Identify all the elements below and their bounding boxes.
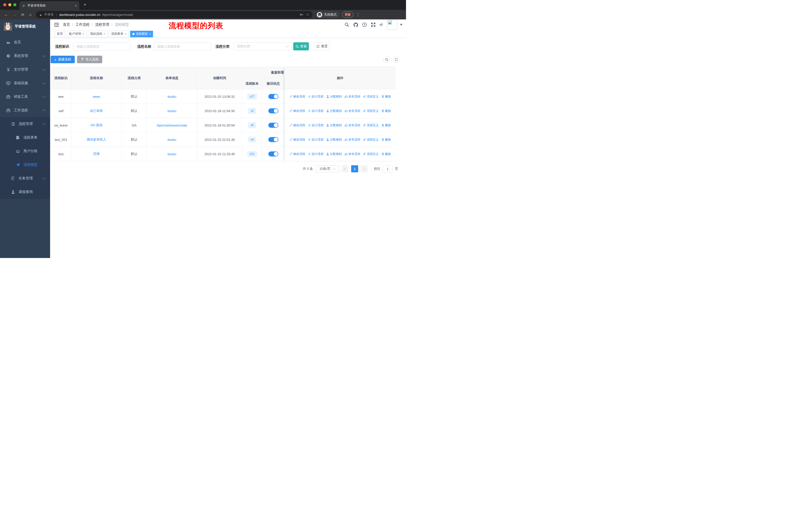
breadcrumb-item[interactable]: 流程管理 bbox=[95, 22, 109, 27]
github-icon[interactable] bbox=[353, 22, 358, 27]
search-button[interactable]: 搜索 bbox=[293, 42, 309, 50]
tag-租户管理[interactable]: 租户管理 × bbox=[67, 31, 86, 37]
form-link[interactable]: biubiu bbox=[168, 138, 176, 142]
action-分配规则[interactable]: 分配规则 bbox=[326, 152, 342, 156]
security-label[interactable]: 不安全 bbox=[44, 12, 54, 17]
sidebar-item-首页[interactable]: 首页 bbox=[0, 35, 50, 49]
close-tag-icon[interactable]: × bbox=[149, 32, 151, 36]
sidebar-item-流程模型[interactable]: 流程模型 bbox=[0, 158, 50, 171]
action-删除[interactable]: 删除 bbox=[381, 123, 391, 128]
sidebar-item-基础设施[interactable]: 基础设施 bbox=[0, 76, 50, 90]
import-model-button[interactable]: 导入流程 bbox=[77, 56, 102, 63]
help-icon[interactable]: ? bbox=[362, 22, 367, 27]
close-tag-icon[interactable]: × bbox=[124, 32, 126, 36]
action-设计流程[interactable]: 设计流程 bbox=[308, 109, 324, 113]
action-修改流程[interactable]: 修改流程 bbox=[289, 123, 305, 128]
page-size-select[interactable]: 10条/页 bbox=[315, 165, 339, 172]
tag-流程表单[interactable]: 流程表单 × bbox=[109, 31, 128, 37]
close-window-button[interactable] bbox=[3, 3, 6, 6]
action-发布流程[interactable]: 发布流程 bbox=[345, 109, 360, 113]
action-分配规则[interactable]: 分配规则 bbox=[326, 123, 342, 128]
forward-icon[interactable]: → bbox=[12, 12, 17, 17]
sidebar-item-支付管理[interactable]: 支付管理 bbox=[0, 63, 50, 76]
action-分配规则[interactable]: 分配规则 bbox=[326, 109, 342, 113]
action-发布流程[interactable]: 发布流程 bbox=[345, 138, 360, 142]
prev-page-button[interactable] bbox=[342, 165, 349, 172]
filter-category-select[interactable]: 流程分类 bbox=[234, 42, 291, 50]
fullscreen-icon[interactable] bbox=[371, 22, 376, 27]
back-icon[interactable]: ← bbox=[4, 12, 8, 17]
sidebar-item-流程表单[interactable]: 流程表单 bbox=[0, 131, 50, 144]
active-toggle[interactable] bbox=[268, 123, 279, 128]
action-修改流程[interactable]: 修改流程 bbox=[289, 138, 305, 142]
model-name-link[interactable]: 自己审批 bbox=[90, 109, 103, 113]
key-icon[interactable] bbox=[299, 12, 303, 17]
sidebar-item-研发工具[interactable]: 研发工具 bbox=[0, 90, 50, 104]
action-流程定义[interactable]: 流程定义 bbox=[363, 109, 379, 113]
refresh-table-icon-button[interactable] bbox=[393, 56, 400, 63]
minimize-window-button[interactable] bbox=[8, 3, 11, 6]
filter-name-input[interactable] bbox=[154, 42, 211, 50]
model-name-link[interactable]: OA 请假 bbox=[90, 123, 103, 128]
action-分配规则[interactable]: 分配规则 bbox=[326, 94, 342, 99]
model-name-link[interactable]: 测试多审批人 bbox=[87, 137, 106, 142]
reset-button[interactable]: 重置 bbox=[314, 42, 330, 50]
model-name-link[interactable]: eeee bbox=[93, 95, 100, 99]
reload-icon[interactable]: ⟳ bbox=[21, 12, 24, 17]
sidebar-item-系统管理[interactable]: 系统管理 bbox=[0, 49, 50, 63]
brand[interactable]: 芋道管理系统 bbox=[0, 19, 50, 33]
action-修改流程[interactable]: 修改流程 bbox=[289, 152, 305, 156]
update-button[interactable]: 更新 bbox=[342, 11, 353, 18]
close-tab-icon[interactable]: × bbox=[75, 4, 77, 7]
address-bar[interactable]: ▲ 不安全 | dashboard.yudao.iocoder.cn/bpm/m… bbox=[36, 11, 312, 18]
tag-我的流程[interactable]: 我的流程 × bbox=[88, 31, 108, 37]
form-link[interactable]: biubiu bbox=[168, 95, 176, 99]
action-修改流程[interactable]: 修改流程 bbox=[289, 109, 305, 113]
current-page[interactable]: 1 bbox=[351, 165, 358, 172]
form-link[interactable]: biubiu bbox=[168, 152, 176, 156]
action-删除[interactable]: 删除 bbox=[381, 109, 391, 113]
home-icon[interactable]: ⌂ bbox=[29, 12, 31, 17]
collapse-sidebar-icon[interactable] bbox=[54, 23, 59, 27]
goto-page-input[interactable] bbox=[383, 165, 393, 172]
close-tag-icon[interactable]: × bbox=[82, 32, 84, 36]
sidebar-item-请假查询[interactable]: 请假查询 bbox=[0, 185, 50, 199]
breadcrumb-item[interactable]: 工作流程 bbox=[76, 22, 90, 27]
active-toggle[interactable] bbox=[268, 94, 279, 99]
active-toggle[interactable] bbox=[268, 137, 279, 142]
breadcrumb-item[interactable]: 首页 bbox=[63, 22, 70, 27]
action-发布流程[interactable]: 发布流程 bbox=[345, 123, 360, 128]
model-name-link[interactable]: 滔博 bbox=[93, 152, 100, 156]
next-page-button[interactable] bbox=[361, 165, 368, 172]
action-流程定义[interactable]: 流程定义 bbox=[363, 94, 379, 99]
create-model-button[interactable]: + 新建流程 bbox=[51, 56, 75, 63]
browser-tab[interactable]: 芋道管理系统 × bbox=[19, 1, 79, 10]
action-流程定义[interactable]: 流程定义 bbox=[363, 123, 379, 128]
filter-key-input[interactable] bbox=[73, 42, 130, 50]
active-toggle[interactable] bbox=[268, 152, 279, 157]
sidebar-item-工作流程[interactable]: 工作流程 bbox=[0, 104, 50, 117]
action-设计流程[interactable]: 设计流程 bbox=[308, 152, 324, 156]
action-发布流程[interactable]: 发布流程 bbox=[345, 94, 360, 99]
kebab-menu-icon[interactable]: ⋮ bbox=[356, 12, 360, 17]
sidebar-item-用户分组[interactable]: 用户分组 bbox=[0, 144, 50, 158]
avatar[interactable] bbox=[387, 20, 397, 30]
action-发布流程[interactable]: 发布流程 bbox=[345, 152, 360, 156]
action-删除[interactable]: 删除 bbox=[381, 152, 391, 156]
close-tag-icon[interactable]: × bbox=[104, 32, 105, 36]
new-tab-icon[interactable]: + bbox=[84, 2, 86, 7]
search-icon[interactable] bbox=[345, 22, 349, 27]
font-size-icon[interactable]: tT bbox=[380, 23, 383, 27]
show-search-icon-button[interactable] bbox=[383, 56, 390, 63]
window-controls[interactable] bbox=[3, 3, 17, 6]
sidebar-item-流程管理[interactable]: 流程管理 bbox=[0, 117, 50, 131]
sidebar-item-任务管理[interactable]: 任务管理 bbox=[0, 171, 50, 185]
action-删除[interactable]: 删除 bbox=[381, 138, 391, 142]
action-流程定义[interactable]: 流程定义 bbox=[363, 152, 379, 156]
action-设计流程[interactable]: 设计流程 bbox=[308, 123, 324, 128]
action-流程定义[interactable]: 流程定义 bbox=[363, 138, 379, 142]
form-link[interactable]: /bpm/oa/leave/create bbox=[156, 124, 187, 127]
tag-流程模型[interactable]: 流程模型 × bbox=[130, 31, 153, 37]
action-修改流程[interactable]: 修改流程 bbox=[289, 94, 305, 99]
active-toggle[interactable] bbox=[268, 108, 279, 113]
